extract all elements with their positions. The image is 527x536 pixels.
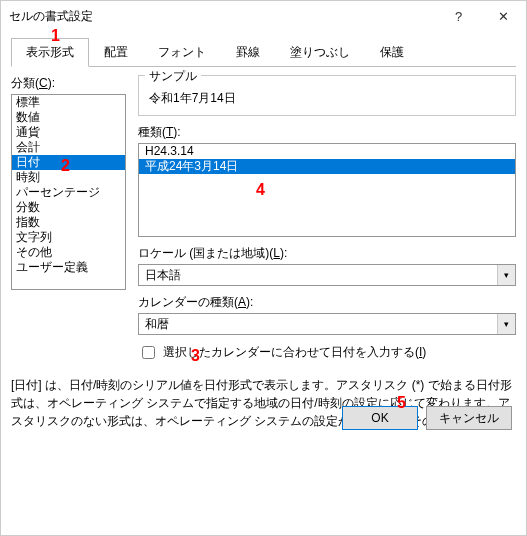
tab-alignment[interactable]: 配置 (89, 38, 143, 67)
type-listbox[interactable]: H24.3.14 平成24年3月14日 (138, 143, 516, 237)
type-item-long[interactable]: 平成24年3月14日 (139, 159, 515, 174)
category-column: 分類(C): 標準 数値 通貨 会計 日付 時刻 パーセンテージ 分数 指数 文… (11, 75, 126, 362)
locale-label: ロケール (国または地域)(L): (138, 245, 516, 262)
category-item-date[interactable]: 日付 (12, 155, 125, 170)
close-button[interactable]: ✕ (481, 1, 526, 31)
category-label: 分類(C): (11, 75, 126, 92)
category-listbox[interactable]: 標準 数値 通貨 会計 日付 時刻 パーセンテージ 分数 指数 文字列 その他 … (11, 94, 126, 290)
window-controls: ? ✕ (436, 1, 526, 31)
type-item-short[interactable]: H24.3.14 (139, 144, 515, 159)
input-dates-checkbox[interactable]: 選択したカレンダーに合わせて日付を入力する(I) (138, 343, 516, 362)
cancel-button[interactable]: キャンセル (426, 406, 512, 430)
category-item-special[interactable]: その他 (12, 245, 125, 260)
calendar-type-input[interactable] (138, 313, 516, 335)
category-item-number[interactable]: 数値 (12, 110, 125, 125)
chevron-down-icon[interactable]: ▾ (497, 265, 515, 285)
category-item-percentage[interactable]: パーセンテージ (12, 185, 125, 200)
calendar-type-label: カレンダーの種類(A): (138, 294, 516, 311)
sample-legend: サンプル (145, 68, 201, 85)
locale-input[interactable] (138, 264, 516, 286)
help-button[interactable]: ? (436, 1, 481, 31)
tab-number-format[interactable]: 表示形式 (11, 38, 89, 67)
tab-border[interactable]: 罫線 (221, 38, 275, 67)
category-item-general[interactable]: 標準 (12, 95, 125, 110)
dialog-buttons: OK キャンセル (342, 406, 512, 430)
content-columns: 分類(C): 標準 数値 通貨 会計 日付 時刻 パーセンテージ 分数 指数 文… (11, 75, 516, 362)
sample-box: サンプル 令和1年7月14日 (138, 75, 516, 116)
calendar-type-combo[interactable]: ▾ (138, 313, 516, 335)
tab-fill[interactable]: 塗りつぶし (275, 38, 365, 67)
window-title: セルの書式設定 (9, 8, 93, 25)
titlebar: セルの書式設定 ? ✕ (1, 1, 526, 31)
input-dates-checkbox-label: 選択したカレンダーに合わせて日付を入力する(I) (163, 344, 426, 361)
tab-font[interactable]: フォント (143, 38, 221, 67)
ok-button[interactable]: OK (342, 406, 418, 430)
dialog-body: 1 2 3 4 5 表示形式 配置 フォント 罫線 塗りつぶし 保護 分類(C)… (1, 31, 526, 440)
category-item-time[interactable]: 時刻 (12, 170, 125, 185)
format-cells-dialog: セルの書式設定 ? ✕ 1 2 3 4 5 表示形式 配置 フォント 罫線 塗り… (0, 0, 527, 536)
category-item-custom[interactable]: ユーザー定義 (12, 260, 125, 275)
category-item-currency[interactable]: 通貨 (12, 125, 125, 140)
tab-protection[interactable]: 保護 (365, 38, 419, 67)
sample-value: 令和1年7月14日 (149, 90, 505, 107)
category-item-scientific[interactable]: 指数 (12, 215, 125, 230)
chevron-down-icon[interactable]: ▾ (497, 314, 515, 334)
type-label: 種類(T): (138, 124, 516, 141)
locale-combo[interactable]: ▾ (138, 264, 516, 286)
tab-strip: 表示形式 配置 フォント 罫線 塗りつぶし 保護 (11, 37, 516, 67)
category-item-fraction[interactable]: 分数 (12, 200, 125, 215)
category-item-text[interactable]: 文字列 (12, 230, 125, 245)
input-dates-checkbox-box[interactable] (142, 346, 155, 359)
category-item-accounting[interactable]: 会計 (12, 140, 125, 155)
detail-column: サンプル 令和1年7月14日 種類(T): H24.3.14 平成24年3月14… (138, 75, 516, 362)
